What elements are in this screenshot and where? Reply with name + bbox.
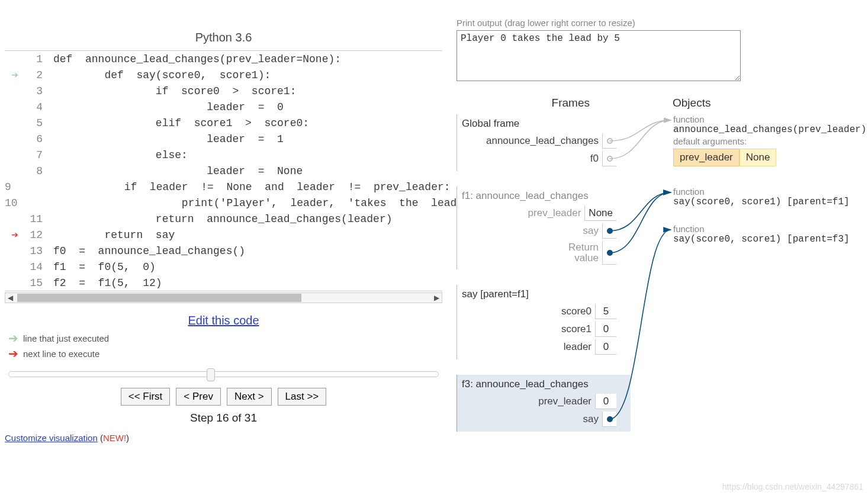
- legend-next: ➔ next line to execute: [8, 346, 442, 361]
- code-text: f1 = f0(5, 0): [53, 261, 156, 273]
- code-line: 1def announce_lead_changes(prev_leader=N…: [5, 51, 442, 67]
- object-label: function: [673, 114, 866, 124]
- code-text: if leader != None and leader != prev_lea…: [22, 181, 451, 193]
- code-line: ➔2 def say(score0, score1):: [5, 67, 442, 83]
- f1-return-val: [602, 241, 616, 265]
- frame-f3: f3: announce_lead_changes prev_leader 0 …: [456, 375, 631, 432]
- arrow-next-icon: ➔: [8, 346, 18, 361]
- object-signature: announce_lead_changes(prev_leader): [673, 124, 866, 135]
- frame-f1: f1: announce_lead_changes prev_leader No…: [456, 187, 616, 269]
- code-line: 7 else:: [5, 147, 442, 163]
- first-button[interactable]: << First: [121, 388, 171, 406]
- code-line: 14f1 = f0(5, 0): [5, 259, 442, 275]
- edit-code-link[interactable]: Edit this code: [5, 314, 442, 327]
- var-announce-lead-changes-val: [602, 133, 616, 149]
- line-number: 1: [25, 53, 43, 65]
- object-signature: say(score0, score1) [parent=f3]: [673, 234, 866, 245]
- objects-header: Objects: [613, 97, 711, 110]
- customize-row: Customize visualization (NEW!): [5, 433, 442, 443]
- code-line: 8 leader = None: [5, 163, 442, 179]
- line-number: 2: [25, 69, 43, 81]
- object-say-f1: function say(score0, score1) [parent=f1]: [673, 187, 866, 207]
- say-score0: score0: [561, 306, 595, 317]
- say-score1: score1: [561, 323, 595, 335]
- say-leader: leader: [564, 341, 595, 353]
- frames-header: Frames: [456, 97, 613, 110]
- object-announce-lead-changes: function announce_lead_changes(prev_lead…: [673, 114, 866, 166]
- print-output[interactable]: Player 0 takes the lead by 5: [456, 30, 741, 81]
- new-badge: NEW!: [103, 433, 126, 443]
- step-indicator: Step 16 of 31: [5, 412, 442, 425]
- defarg-val: None: [740, 149, 777, 166]
- line-number: 3: [25, 85, 43, 97]
- frame-f1-title: f1: announce_lead_changes: [462, 190, 616, 202]
- output-label: Print output (drag lower right corner to…: [456, 18, 866, 28]
- code-text: leader = 1: [53, 133, 284, 145]
- code-text: return say: [53, 229, 175, 241]
- line-marker: ➔: [5, 227, 25, 242]
- f1-prev-leader-val: None: [584, 205, 616, 221]
- object-label: function: [673, 187, 866, 197]
- code-text: elif score1 > score0:: [53, 117, 309, 129]
- f3-prev-leader-val: 0: [595, 394, 616, 409]
- step-slider[interactable]: [8, 371, 439, 377]
- horizontal-scrollbar[interactable]: [5, 292, 442, 303]
- line-number: 9: [5, 181, 11, 193]
- code-text: def say(score0, score1):: [53, 69, 271, 81]
- scrollbar-thumb[interactable]: [17, 294, 301, 302]
- code-text: if score0 > score1:: [53, 85, 296, 97]
- frame-say-title: say [parent=f1]: [462, 288, 616, 300]
- f3-prev-leader: prev_leader: [538, 396, 595, 407]
- prev-button[interactable]: < Prev: [176, 388, 221, 406]
- f1-prev-leader: prev_leader: [528, 207, 585, 219]
- say-leader-val: 0: [595, 339, 616, 355]
- defarg-key: prev_leader: [673, 149, 740, 166]
- code-line: 9 if leader != None and leader != prev_l…: [5, 179, 442, 195]
- line-number: 6: [25, 133, 43, 145]
- var-f0-val: [602, 151, 616, 166]
- line-number: 8: [25, 165, 43, 177]
- code-text: def announce_lead_changes(prev_leader=No…: [53, 53, 341, 65]
- say-score0-val: 5: [595, 304, 616, 319]
- code-line: 6 leader = 1: [5, 131, 442, 147]
- code-text: else:: [53, 149, 188, 161]
- line-number: 5: [25, 117, 43, 129]
- line-number: 11: [25, 213, 43, 225]
- var-announce-lead-changes: announce_lead_changes: [486, 135, 602, 147]
- f1-say: say: [583, 225, 602, 237]
- code-line: 10 print('Player', leader, 'takes the le…: [5, 195, 442, 211]
- legend-executed-label: line that just executed: [23, 333, 109, 343]
- line-number: 14: [25, 261, 43, 273]
- code-line: 4 leader = 0: [5, 99, 442, 115]
- line-number: 13: [25, 245, 43, 257]
- frame-say: say [parent=f1] score0 5 score1 0 leader…: [456, 285, 616, 359]
- object-label: function: [673, 224, 866, 234]
- customize-link[interactable]: Customize visualization: [5, 433, 98, 443]
- code-text: return announce_lead_changes(leader): [53, 213, 393, 225]
- object-signature: say(score0, score1) [parent=f1]: [673, 197, 866, 207]
- frame-global: Global frame announce_lead_changes f0: [456, 114, 616, 171]
- code-line: 3 if score0 > score1:: [5, 83, 442, 99]
- code-line: 13f0 = announce_lead_changes(): [5, 243, 442, 259]
- f1-say-val: [602, 223, 616, 239]
- code-block: 1def announce_lead_changes(prev_leader=N…: [5, 50, 442, 291]
- legend-executed: ➔ line that just executed: [8, 331, 442, 345]
- language-title: Python 3.6: [5, 31, 442, 44]
- watermark: https://blog.csdn.net/weixin_44297861: [722, 482, 863, 491]
- line-marker: ➔: [5, 68, 25, 82]
- last-button[interactable]: Last >>: [278, 388, 327, 406]
- slider-thumb[interactable]: [207, 368, 215, 381]
- object-say-f3: function say(score0, score1) [parent=f3]: [673, 224, 866, 245]
- f1-return: Return value: [568, 242, 602, 263]
- line-number: 15: [25, 277, 43, 289]
- next-button[interactable]: Next >: [227, 388, 272, 406]
- line-number: 10: [5, 197, 18, 209]
- var-f0: f0: [590, 153, 602, 165]
- line-number: 12: [25, 229, 43, 241]
- code-text: leader = None: [53, 165, 303, 177]
- line-number: 4: [25, 101, 43, 113]
- say-score1-val: 0: [595, 322, 616, 337]
- defarg-label: default arguments:: [673, 136, 866, 146]
- arrow-executed-icon: ➔: [8, 331, 18, 345]
- code-line: 11 return announce_lead_changes(leader): [5, 211, 442, 227]
